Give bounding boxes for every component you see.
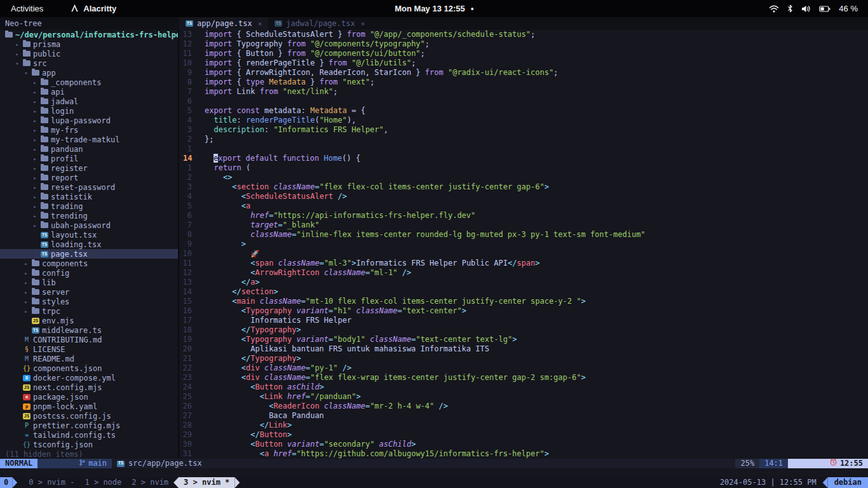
code-line[interactable]: 5 <a bbox=[179, 201, 868, 211]
tmux-window[interactable]: 0 > nvim - bbox=[24, 477, 79, 488]
code-line[interactable]: 6 href="https://api-informatics-frs-help… bbox=[179, 211, 868, 220]
tree-item-ubah-password[interactable]: ▸ubah-password bbox=[0, 220, 178, 230]
tree-item-api[interactable]: ▸api bbox=[0, 87, 178, 97]
code-line[interactable]: 11import { Button } from "@/components/u… bbox=[179, 49, 868, 58]
code-line[interactable]: 18 </Typography> bbox=[179, 325, 868, 335]
code-line[interactable]: 4 <ScheduleStatusAlert /> bbox=[179, 192, 868, 201]
tree-item-public[interactable]: ▸public bbox=[0, 49, 178, 58]
tree-item-trpc[interactable]: ▸trpc bbox=[0, 306, 178, 316]
tree-item-next-config-mjs[interactable]: JSnext.config.mjs bbox=[0, 383, 178, 392]
tree-item-11-hidden-items[interactable]: (11 hidden items) bbox=[0, 449, 178, 459]
tree-item-tailwind-config-ts[interactable]: ≈tailwind.config.ts bbox=[0, 430, 178, 440]
chevron-right-icon[interactable]: ▸ bbox=[32, 108, 38, 114]
code-line[interactable]: 9 > bbox=[179, 240, 868, 249]
tree-item-lib[interactable]: ▸lib bbox=[0, 278, 178, 287]
tree-item-trending[interactable]: ▸trending bbox=[0, 211, 178, 220]
code-line[interactable]: 12 <ArrowRightIcon className="ml-1" /> bbox=[179, 268, 868, 278]
code-line[interactable]: 29 </Button> bbox=[179, 430, 868, 440]
tmux-window[interactable]: 1 > node bbox=[79, 477, 126, 488]
tree-item-readme-md[interactable]: MREADME.md bbox=[0, 354, 178, 363]
chevron-right-icon[interactable]: ▸ bbox=[14, 51, 20, 57]
code-line[interactable]: 1 bbox=[179, 144, 868, 154]
chevron-right-icon[interactable]: ▸ bbox=[32, 203, 38, 210]
chevron-right-icon[interactable]: ▸ bbox=[23, 308, 29, 315]
code-line[interactable]: 2 <> bbox=[179, 173, 868, 182]
system-status-menu[interactable]: 46 % bbox=[769, 4, 868, 13]
chevron-right-icon[interactable]: ▸ bbox=[23, 299, 29, 305]
tree-item-trading[interactable]: ▸trading bbox=[0, 201, 178, 211]
chevron-right-icon[interactable]: ▸ bbox=[32, 137, 38, 143]
tree-item-loading-tsx[interactable]: TSloading.tsx bbox=[0, 240, 178, 249]
tree-item-tsconfig-json[interactable]: {}tsconfig.json bbox=[0, 440, 178, 449]
code-line[interactable]: 10 🚀 bbox=[179, 249, 868, 259]
tree-item-prettier-config-mjs[interactable]: Pprettier.config.mjs bbox=[0, 421, 178, 430]
chevron-right-icon[interactable]: ▸ bbox=[32, 127, 38, 133]
tree-item-license[interactable]: §LICENSE bbox=[0, 344, 178, 354]
tree-item-login[interactable]: ▸login bbox=[0, 106, 178, 116]
tree-item-package-json[interactable]: npackage.json bbox=[0, 392, 178, 402]
chevron-right-icon[interactable]: ▸ bbox=[32, 118, 38, 124]
tree-item-components[interactable]: ▸_components bbox=[0, 78, 178, 87]
tab-app-page-tsx[interactable]: TS app/page.tsx × bbox=[179, 17, 268, 30]
code-line[interactable]: 3 <section className="flex flex-col item… bbox=[179, 182, 868, 192]
chevron-right-icon[interactable]: ▸ bbox=[23, 289, 29, 295]
tree-item-config[interactable]: ▸config bbox=[0, 268, 178, 278]
chevron-right-icon[interactable]: ▸ bbox=[14, 41, 20, 48]
code-line[interactable]: 4 title: renderPageTitle("Home"), bbox=[179, 116, 868, 125]
tree-item-layout-tsx[interactable]: TSlayout.tsx bbox=[0, 230, 178, 240]
code-line[interactable]: 3 description: "Informatics FRS Helper", bbox=[179, 125, 868, 135]
tree-item-jadwal[interactable]: ▸jadwal bbox=[0, 97, 178, 106]
chevron-right-icon[interactable]: ▸ bbox=[32, 165, 38, 172]
close-icon[interactable]: × bbox=[258, 20, 262, 28]
tree-item-server[interactable]: ▸server bbox=[0, 287, 178, 297]
tree-item-lupa-password[interactable]: ▸lupa-password bbox=[0, 116, 178, 125]
code-line[interactable]: 11 <span className="ml-3">Informatics FR… bbox=[179, 259, 868, 268]
code-line[interactable]: 24 <Button asChild> bbox=[179, 383, 868, 392]
code-line[interactable]: 23 <div className="flex flex-wrap items-… bbox=[179, 373, 868, 383]
code-line[interactable]: 22 <div className="py-1" /> bbox=[179, 363, 868, 373]
tree-item-middleware-ts[interactable]: TSmiddleware.ts bbox=[0, 325, 178, 335]
code-line[interactable]: 31 <a href="https://github.com/albugowy1… bbox=[179, 449, 868, 459]
code-line[interactable]: 20 Aplikasi bantuan FRS untuk mahasiswa … bbox=[179, 344, 868, 354]
tree-item-profil[interactable]: ▸profil bbox=[0, 154, 178, 163]
code-line[interactable]: 15 <main className="mt-10 flex flex-col … bbox=[179, 297, 868, 306]
code-line[interactable]: 14export default function Home() { bbox=[179, 154, 868, 163]
code-line[interactable]: 14 </section> bbox=[179, 287, 868, 297]
tab-jadwal-page-tsx[interactable]: TS jadwal/page.tsx × bbox=[268, 17, 371, 30]
app-menu-button[interactable]: Alacritty bbox=[71, 4, 116, 14]
code-line[interactable]: 10import { renderPageTitle } from "@/lib… bbox=[179, 58, 868, 68]
code-line[interactable]: 19 <Typography variant="body1" className… bbox=[179, 335, 868, 344]
chevron-down-icon[interactable]: ▾ bbox=[23, 70, 29, 76]
code-line[interactable]: 7 target="_blank" bbox=[179, 220, 868, 230]
code-line[interactable]: 27 Baca Panduan bbox=[179, 411, 868, 421]
tree-item-prisma[interactable]: ▸prisma bbox=[0, 39, 178, 49]
tree-item-styles[interactable]: ▸styles bbox=[0, 297, 178, 306]
code-line[interactable]: 8 className="inline-flex items-center ro… bbox=[179, 230, 868, 240]
tree-item-my-frs[interactable]: ▸my-frs bbox=[0, 125, 178, 135]
tree-item-src[interactable]: ▾src bbox=[0, 58, 178, 68]
chevron-right-icon[interactable]: ▸ bbox=[23, 270, 29, 276]
code-line[interactable]: 1 return ( bbox=[179, 163, 868, 173]
tree-item-my-trade-matkul[interactable]: ▸my-trade-matkul bbox=[0, 135, 178, 144]
code-line[interactable]: 7import Link from "next/link"; bbox=[179, 87, 868, 97]
code-line[interactable]: 12import Typography from "@/components/t… bbox=[179, 39, 868, 49]
clock-menu[interactable]: Mon May 13 12:55 bbox=[395, 4, 473, 13]
activities-button[interactable]: Activities bbox=[0, 4, 54, 13]
code-area[interactable]: 13import { ScheduleStatusAlert } from "@… bbox=[179, 30, 868, 459]
tmux-window[interactable]: 2 > nvim bbox=[126, 477, 173, 488]
tmux-window-active[interactable]: 3 > nvim * bbox=[179, 477, 234, 488]
chevron-right-icon[interactable]: ▸ bbox=[32, 213, 38, 219]
chevron-right-icon[interactable]: ▸ bbox=[32, 156, 38, 162]
code-line[interactable]: 26 <ReaderIcon className="mr-2 h-4 w-4" … bbox=[179, 402, 868, 411]
tree-item-panduan[interactable]: ▸panduan bbox=[0, 144, 178, 154]
tree-item-env-mjs[interactable]: JSenv.mjs bbox=[0, 316, 178, 325]
code-line[interactable]: 5export const metadata: Metadata = { bbox=[179, 106, 868, 116]
chevron-right-icon[interactable]: ▸ bbox=[23, 280, 29, 286]
chevron-right-icon[interactable]: ▸ bbox=[32, 89, 38, 95]
tree-item-reset-password[interactable]: ▸reset-password bbox=[0, 182, 178, 192]
code-line[interactable]: 21 </Typography> bbox=[179, 354, 868, 363]
tree-item-statistik[interactable]: ▸statistik bbox=[0, 192, 178, 201]
code-line[interactable]: 13 </a> bbox=[179, 278, 868, 287]
chevron-right-icon[interactable]: ▸ bbox=[32, 184, 38, 191]
tree-item-app[interactable]: ▾app bbox=[0, 68, 178, 78]
